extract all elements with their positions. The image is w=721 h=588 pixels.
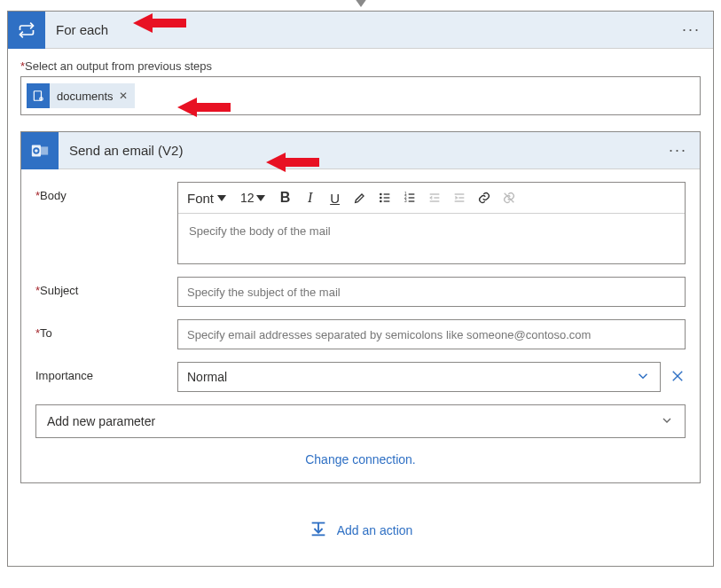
flow-connector-arrow-icon (352, 0, 370, 7)
chevron-down-icon (635, 368, 651, 387)
change-connection-link[interactable]: Change connection. (305, 452, 416, 466)
subject-input[interactable] (177, 277, 686, 307)
for-each-body: *Select an output from previous steps do… (8, 49, 713, 566)
subject-label: *Subject (35, 277, 177, 297)
add-action-icon (309, 519, 328, 541)
remove-token-button[interactable]: ✕ (119, 90, 128, 102)
for-each-card: For each ··· *Select an output from prev… (7, 11, 714, 567)
for-each-title: For each (45, 22, 677, 37)
add-parameter-label: Add new parameter (47, 414, 155, 428)
underline-button[interactable]: U (324, 186, 347, 209)
add-parameter-dropdown[interactable]: Add new parameter (35, 404, 686, 438)
svg-text:3: 3 (404, 199, 407, 203)
to-input[interactable] (177, 319, 686, 349)
outlook-icon (21, 132, 59, 169)
for-each-header[interactable]: For each ··· (8, 12, 713, 49)
font-family-dropdown[interactable]: Font (184, 189, 230, 208)
send-email-title: Send an email (V2) (59, 143, 663, 158)
importance-label: Importance (35, 362, 177, 382)
send-email-body: *Body Font 12 (21, 169, 700, 482)
italic-button[interactable]: I (299, 186, 322, 209)
documents-token[interactable]: documents ✕ (27, 83, 135, 108)
add-action-button[interactable]: Add an action (337, 523, 413, 537)
token-label: documents (57, 90, 114, 103)
to-label: *To (35, 319, 177, 340)
bullet-list-button[interactable] (373, 186, 396, 209)
subject-row: *Subject (35, 277, 686, 307)
body-row: *Body Font 12 (35, 182, 686, 264)
svg-point-8 (380, 193, 380, 194)
caret-down-icon (256, 195, 265, 201)
body-editor: Font 12 B I U (177, 182, 686, 264)
send-email-header[interactable]: Send an email (V2) ··· (21, 132, 700, 169)
body-textarea[interactable]: Specify the body of the mail (178, 214, 685, 263)
importance-dropdown[interactable]: Normal (177, 362, 661, 392)
for-each-menu-button[interactable]: ··· (677, 20, 706, 39)
bold-button[interactable]: B (274, 186, 297, 209)
svg-rect-6 (40, 146, 48, 154)
clear-importance-button[interactable] (670, 368, 686, 387)
svg-point-12 (380, 200, 380, 201)
rte-toolbar: Font 12 B I U (178, 183, 685, 214)
number-list-button[interactable]: 123 (398, 186, 421, 209)
importance-value: Normal (187, 370, 227, 384)
body-label: *Body (35, 182, 177, 202)
send-email-card: Send an email (V2) ··· *Body Font (20, 131, 701, 483)
outdent-button[interactable] (423, 186, 446, 209)
to-row: *To (35, 319, 686, 349)
send-email-menu-button[interactable]: ··· (663, 141, 693, 160)
select-output-label: *Select an output from previous steps (20, 59, 701, 73)
importance-row: Importance Normal (35, 362, 686, 392)
change-connection-wrap: Change connection. (35, 452, 686, 466)
highlight-button[interactable] (349, 186, 372, 209)
loop-icon (8, 12, 45, 49)
indent-button[interactable] (448, 186, 471, 209)
font-size-dropdown[interactable]: 12 (237, 189, 269, 207)
link-button[interactable] (473, 186, 496, 209)
document-icon (27, 83, 50, 108)
caret-down-icon (217, 195, 226, 201)
add-action-wrap: Add an action (20, 519, 701, 550)
chevron-down-icon (660, 413, 674, 430)
unlink-button[interactable] (498, 186, 521, 209)
svg-point-10 (380, 197, 380, 198)
select-output-input[interactable]: documents ✕ (20, 76, 701, 115)
